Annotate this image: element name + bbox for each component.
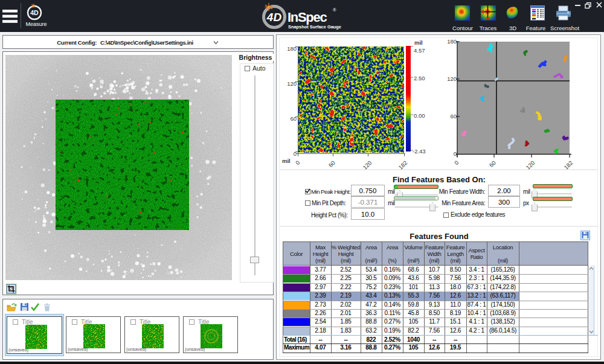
svg-text:4D: 4D: [30, 9, 39, 16]
svg-text:4D: 4D: [266, 11, 282, 24]
svg-text:Snapshot Surface Gauge: Snapshot Surface Gauge: [288, 24, 341, 30]
svg-text:®: ®: [333, 7, 336, 13]
svg-text:InSpec: InSpec: [288, 10, 327, 25]
